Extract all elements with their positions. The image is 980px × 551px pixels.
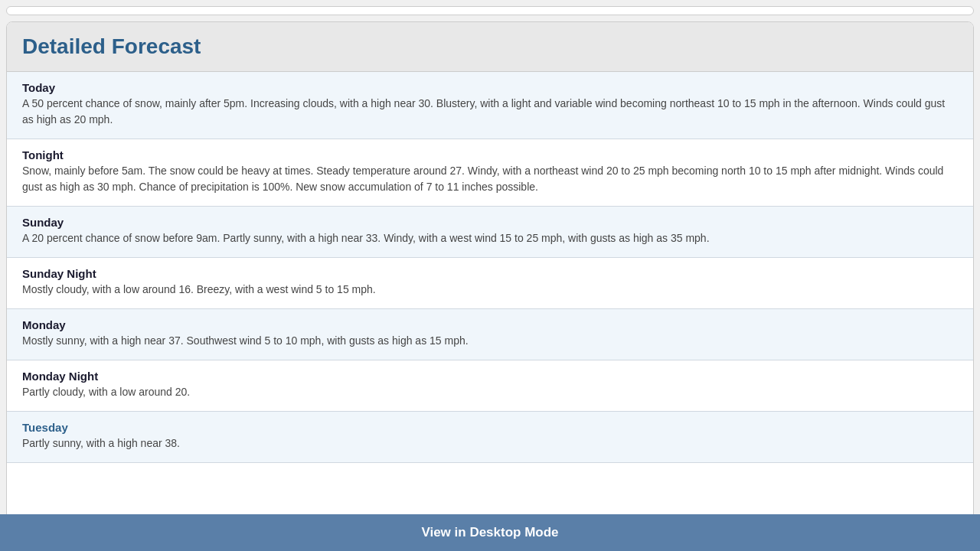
desktop-mode-button[interactable]: View in Desktop Mode	[0, 514, 980, 551]
forecast-item: MondayMostly sunny, with a high near 37.…	[7, 309, 973, 360]
period-description: Partly cloudy, with a low around 20.	[22, 384, 958, 400]
forecast-item: Monday NightPartly cloudy, with a low ar…	[7, 360, 973, 412]
forecast-title: Detailed Forecast	[22, 34, 958, 59]
period-description: A 50 percent chance of snow, mainly afte…	[22, 96, 958, 128]
forecast-list: TodayA 50 percent chance of snow, mainly…	[7, 72, 973, 463]
period-description: Mostly cloudy, with a low around 16. Bre…	[22, 282, 958, 298]
period-name: Tonight	[22, 148, 958, 161]
forecast-item: TodayA 50 percent chance of snow, mainly…	[7, 72, 973, 139]
period-description: Snow, mainly before 5am. The snow could …	[22, 163, 958, 195]
period-name: Tuesday	[22, 421, 958, 434]
forecast-item: SundayA 20 percent chance of snow before…	[7, 207, 973, 258]
forecast-card: Detailed Forecast TodayA 50 percent chan…	[6, 21, 974, 545]
forecast-header: Detailed Forecast	[7, 22, 973, 72]
period-description: Partly sunny, with a high near 38.	[22, 435, 958, 452]
period-name: Sunday	[22, 216, 958, 229]
period-name: Sunday Night	[22, 267, 958, 280]
period-description: Mostly sunny, with a high near 37. South…	[22, 333, 958, 349]
period-name: Monday Night	[22, 370, 958, 383]
period-description: A 20 percent chance of snow before 9am. …	[22, 230, 958, 246]
period-name: Monday	[22, 318, 958, 331]
top-card	[6, 6, 974, 15]
forecast-item: TonightSnow, mainly before 5am. The snow…	[7, 139, 973, 207]
forecast-item: TuesdayPartly sunny, with a high near 38…	[7, 412, 973, 463]
period-name: Today	[22, 81, 958, 94]
forecast-item: Sunday NightMostly cloudy, with a low ar…	[7, 258, 973, 309]
